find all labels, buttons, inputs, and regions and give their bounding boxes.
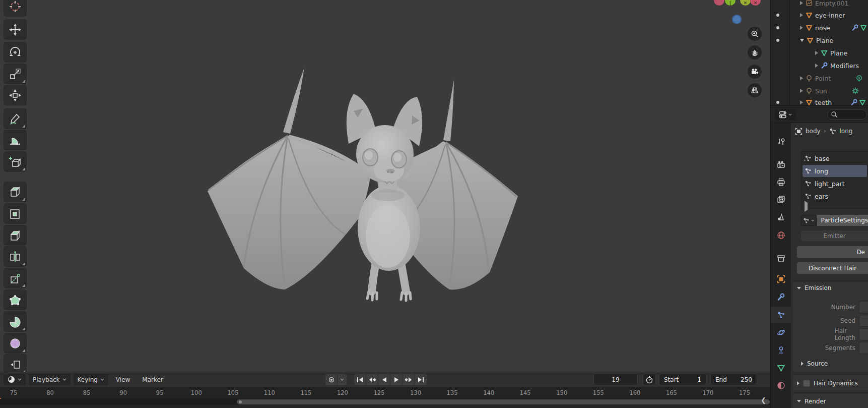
- zoom-view-button[interactable]: [748, 27, 762, 41]
- edge-slide-tool-button[interactable]: [4, 354, 27, 372]
- extrude-tool-button[interactable]: [4, 182, 27, 202]
- outliner-row[interactable]: Empty.001: [771, 0, 868, 9]
- smooth-tool-button[interactable]: [4, 333, 27, 354]
- inset-tool-button[interactable]: [4, 203, 27, 224]
- play-reverse-button[interactable]: [378, 374, 390, 385]
- tab-object-data[interactable]: [771, 360, 791, 376]
- expand-arrow-icon[interactable]: [815, 51, 818, 55]
- seed-field[interactable]: [859, 315, 868, 327]
- prev-keyframe-button[interactable]: [366, 374, 378, 385]
- toggle-grid-button[interactable]: [748, 83, 762, 97]
- outliner-row[interactable]: Modifiers: [771, 60, 868, 72]
- outliner-row[interactable]: nose: [771, 22, 868, 34]
- gizmo-axis-neg-ball[interactable]: ✕: [750, 0, 761, 6]
- poly-build-tool-button[interactable]: [4, 289, 27, 310]
- scale-tool-button[interactable]: [4, 64, 27, 84]
- render-panel-header[interactable]: Render: [793, 393, 868, 408]
- tab-output[interactable]: [771, 174, 791, 190]
- region-corner-chevron[interactable]: ❮: [761, 396, 766, 404]
- tab-physics[interactable]: [771, 324, 791, 340]
- properties-editor-type-button[interactable]: [775, 109, 796, 120]
- pan-view-button[interactable]: [748, 45, 762, 60]
- tab-object[interactable]: [771, 271, 791, 287]
- outliner-row[interactable]: Point: [771, 72, 868, 84]
- current-frame-field[interactable]: 19: [593, 374, 638, 385]
- outliner-row[interactable]: Plane: [771, 47, 868, 59]
- number-field[interactable]: [859, 301, 868, 313]
- particle-type-field[interactable]: Emitter: [801, 230, 868, 241]
- expand-arrow-icon[interactable]: [800, 13, 803, 17]
- keying-options-button[interactable]: [338, 374, 347, 385]
- tab-particles[interactable]: [771, 307, 791, 323]
- bat-model[interactable]: [191, 50, 534, 303]
- hair-dynamics-checkbox[interactable]: [803, 380, 810, 387]
- outliner-row[interactable]: Sun: [771, 85, 868, 97]
- list-item[interactable]: ears: [803, 190, 867, 202]
- tab-material[interactable]: [771, 377, 791, 393]
- use-preview-range-button[interactable]: [643, 374, 656, 385]
- spin-tool-button[interactable]: [4, 311, 27, 332]
- outliner-row[interactable]: Plane: [771, 34, 868, 46]
- emission-panel-header[interactable]: Emission: [793, 281, 868, 295]
- tab-scene[interactable]: [771, 209, 791, 225]
- transform-tool-button[interactable]: [4, 85, 27, 105]
- gizmo-axis-y-ball[interactable]: |: [725, 0, 736, 6]
- tab-world[interactable]: [771, 227, 791, 243]
- knife-tool-button[interactable]: [4, 268, 27, 288]
- add-cube-tool-button[interactable]: [4, 151, 27, 172]
- expand-arrow-icon[interactable]: [800, 26, 803, 30]
- expand-arrow-icon[interactable]: [800, 76, 803, 80]
- collapse-arrow-icon[interactable]: [800, 39, 804, 42]
- expand-arrow-icon[interactable]: [800, 89, 803, 93]
- tab-tool[interactable]: [771, 134, 791, 150]
- expand-arrow-icon[interactable]: [800, 100, 803, 104]
- playback-menu[interactable]: Playback: [29, 374, 71, 385]
- timeline-ruler[interactable]: 7580859095100105110115120125130135140145…: [0, 387, 770, 399]
- viewport-3d[interactable]: | ✕ ✕: [0, 0, 770, 372]
- scrollbar-thumb[interactable]: [237, 399, 770, 404]
- properties-search-input[interactable]: [827, 109, 867, 120]
- next-keyframe-button[interactable]: [403, 374, 415, 385]
- list-item[interactable]: base: [803, 152, 867, 164]
- list-item-selected[interactable]: long: [803, 165, 867, 177]
- tab-view-layer[interactable]: [771, 191, 791, 207]
- tab-modifiers[interactable]: [771, 289, 791, 305]
- tab-render[interactable]: [771, 156, 791, 172]
- editor-type-button[interactable]: [4, 374, 26, 385]
- cursor-tool-button[interactable]: [4, 0, 27, 17]
- gizmo-axis-x-ball[interactable]: [714, 0, 724, 6]
- tab-constraints[interactable]: [771, 342, 791, 358]
- annotate-tool-button[interactable]: [4, 108, 27, 129]
- jump-to-end-button[interactable]: [415, 374, 427, 385]
- marker-menu[interactable]: Marker: [138, 374, 167, 385]
- expand-arrow-icon[interactable]: [800, 1, 803, 5]
- hair-length-field[interactable]: [859, 328, 868, 340]
- list-expand-arrow[interactable]: [805, 203, 810, 210]
- loop-cut-tool-button[interactable]: [4, 246, 27, 267]
- camera-view-button[interactable]: [748, 65, 762, 79]
- outliner-row[interactable]: teeth: [771, 96, 868, 106]
- segments-field[interactable]: [859, 342, 868, 354]
- disconnect-hair-button[interactable]: Disconnect Hair: [797, 262, 868, 274]
- settings-datablock-selector[interactable]: [801, 215, 817, 226]
- gizmo-axis-z-ball[interactable]: ✕: [740, 0, 751, 6]
- jump-to-start-button[interactable]: [354, 374, 366, 385]
- delete-edit-button[interactable]: De: [797, 246, 868, 258]
- measure-tool-button[interactable]: [4, 130, 27, 150]
- hair-dynamics-header[interactable]: Hair Dynamics: [793, 375, 868, 391]
- frame-start-field[interactable]: Start 1: [659, 374, 706, 385]
- rotate-tool-button[interactable]: [4, 42, 27, 63]
- keying-menu[interactable]: Keying: [74, 374, 108, 385]
- auto-keying-button[interactable]: [325, 374, 338, 385]
- frame-end-field[interactable]: End 250: [710, 374, 757, 385]
- move-tool-button[interactable]: [4, 19, 27, 40]
- bevel-tool-button[interactable]: [4, 225, 27, 246]
- gizmo-orbit-dot[interactable]: [732, 15, 742, 24]
- outliner-row[interactable]: eye-inner: [771, 9, 868, 21]
- view-menu[interactable]: View: [111, 374, 135, 385]
- settings-name-field[interactable]: ParticleSettings: [817, 215, 868, 226]
- expand-arrow-icon[interactable]: [815, 64, 818, 68]
- source-subpanel-header[interactable]: Source: [797, 357, 828, 370]
- tab-collection[interactable]: [771, 250, 791, 266]
- list-item[interactable]: light_part: [803, 178, 867, 190]
